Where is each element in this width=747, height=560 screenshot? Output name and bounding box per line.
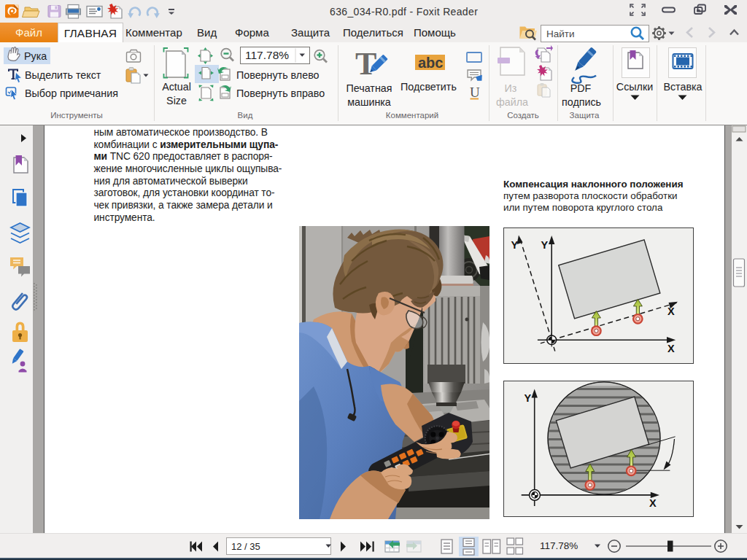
svg-text:X: X xyxy=(667,305,675,316)
svg-text:Y: Y xyxy=(541,238,549,250)
svg-text:abc: abc xyxy=(418,55,443,71)
svg-text:Y: Y xyxy=(525,392,532,404)
svg-text:T: T xyxy=(355,46,376,82)
svg-text:X: X xyxy=(649,497,657,509)
svg-text:Найти: Найти xyxy=(546,28,575,39)
svg-text:X: X xyxy=(667,342,675,354)
svg-text:U: U xyxy=(470,85,480,100)
svg-text:Y: Y xyxy=(511,238,519,250)
